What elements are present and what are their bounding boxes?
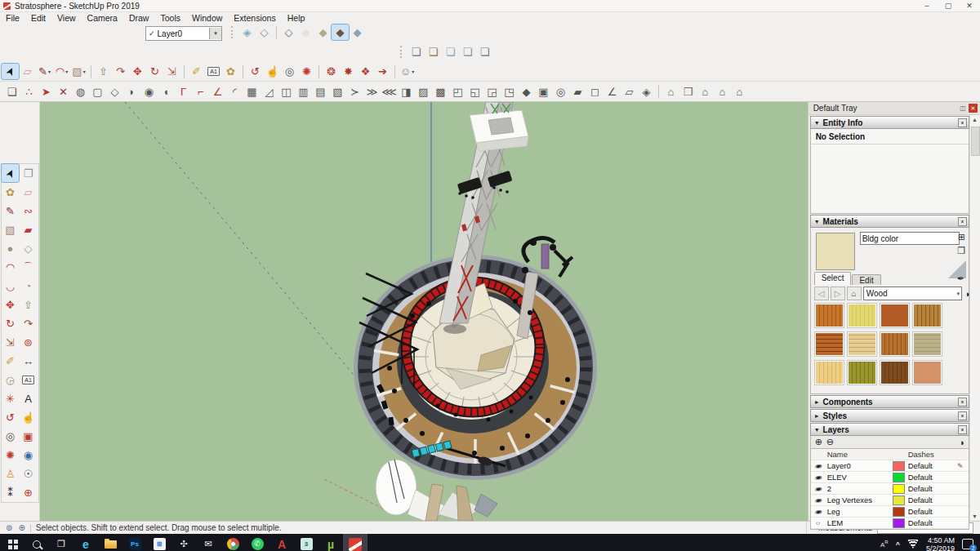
layer-dashes[interactable]: Default — [906, 473, 957, 482]
3d-warehouse-button[interactable]: ❂▾ — [323, 64, 340, 79]
layer-name[interactable]: LEM — [826, 518, 893, 527]
extension-tool-icon[interactable]: ∠ — [209, 84, 226, 100]
layer-dashes[interactable]: Default — [906, 484, 957, 493]
file-explorer-icon[interactable] — [98, 534, 122, 551]
section-close-icon[interactable]: x — [958, 425, 967, 434]
layer-dashes[interactable]: Default — [906, 507, 957, 516]
layers-header[interactable]: ▼ Layers x — [810, 423, 969, 436]
visibility-icon[interactable]: ○ — [816, 520, 821, 526]
extension-tool-icon[interactable]: ◻ — [586, 84, 604, 100]
wood-oak[interactable] — [912, 303, 942, 328]
credits-status-icon[interactable]: ⊕ — [18, 523, 24, 532]
extension-tool-icon[interactable]: ◎ — [552, 84, 569, 100]
wood-salmon[interactable] — [912, 360, 942, 385]
extension-tool-icon[interactable]: ◈ — [638, 84, 655, 100]
wood-pine[interactable] — [814, 360, 844, 385]
section-close-icon[interactable]: x — [958, 118, 967, 127]
menu-item[interactable]: Extensions — [228, 12, 281, 24]
wood-cherry[interactable] — [814, 303, 844, 328]
geolocation-status-icon[interactable]: ⊚ — [6, 523, 12, 532]
active-layer-combobox[interactable]: ✓ Layer0 ▾ — [145, 26, 222, 41]
search-button[interactable] — [24, 534, 49, 551]
circle-tool[interactable]: ● — [2, 239, 19, 257]
pan-tool[interactable]: ☝ — [20, 408, 37, 426]
extension-tool-icon[interactable]: ∴ — [20, 84, 38, 100]
collapse-triangle-icon[interactable]: ▼ — [814, 120, 820, 126]
axes-tool[interactable]: ✳ — [2, 389, 19, 407]
zoom-extents-tool-button[interactable]: ✺▾ — [298, 64, 315, 79]
push-pull-tool[interactable]: ⇧ — [20, 295, 37, 313]
extension-tool-icon[interactable]: ◉ — [140, 84, 158, 100]
extension-tool-icon[interactable]: ◇ — [106, 84, 123, 100]
collapse-triangle-icon[interactable]: ► — [814, 399, 820, 405]
menu-item[interactable]: Window — [186, 12, 228, 24]
extension-tool-icon[interactable]: ▱ — [621, 84, 638, 100]
arc-tool-button[interactable]: ◠▾ — [53, 64, 70, 79]
rotate-tool[interactable]: ↻ — [2, 314, 19, 332]
rectangle-tool[interactable]: ▧ — [2, 220, 19, 238]
tape-measure-tool-button[interactable]: ✐▾ — [188, 64, 205, 79]
make-component-tool[interactable]: ❐ — [20, 164, 37, 182]
two-point-arc-tool[interactable]: ⌒ — [20, 258, 37, 276]
front-view-button[interactable]: ❏ — [442, 44, 459, 60]
xray-style-button[interactable]: ◈▾ — [238, 24, 256, 40]
model-viewport[interactable] — [40, 102, 808, 521]
move-tool[interactable]: ✥ — [2, 295, 19, 313]
layer-name[interactable]: ELEV — [826, 473, 893, 482]
materials-tab[interactable]: Select — [814, 272, 852, 285]
layer-name[interactable]: Leg — [826, 507, 893, 516]
section-plane-tool[interactable]: ⊕ — [20, 483, 37, 501]
visibility-icon[interactable]: ◉ — [814, 497, 822, 503]
send-to-layout-button[interactable]: ➔▾ — [374, 64, 391, 79]
taskbar-clock[interactable]: 4:50 AM 5/2/2019 — [926, 536, 955, 551]
visibility-icon[interactable]: ◉ — [814, 463, 822, 469]
entity-info-header[interactable]: ▼ Entity Info x — [810, 116, 969, 129]
tape-measure-tool[interactable]: ✐ — [2, 352, 19, 370]
extension-tool-icon[interactable]: ⌐ — [192, 84, 209, 100]
add-layer-button[interactable]: ⊕ — [815, 437, 822, 447]
extension-tool-icon[interactable]: ▣ — [535, 84, 552, 100]
shaded-textures-style-button[interactable]: ◆▾ — [332, 24, 349, 40]
scale-tool[interactable]: ⇲ — [2, 333, 19, 351]
pie-tool[interactable]: ◔ — [20, 277, 37, 295]
extension-tool-icon[interactable]: ▢ — [89, 84, 106, 100]
wood-knotty[interactable] — [814, 331, 844, 357]
layer-row[interactable]: ◉ ELEV Default — [811, 472, 969, 483]
rotate-tool-button[interactable]: ↻▾ — [146, 64, 163, 79]
layers-detail-icon[interactable]: ◗ — [960, 438, 965, 447]
section-close-icon[interactable]: x — [958, 217, 967, 226]
zoom-tool-button[interactable]: ◎▾ — [281, 64, 298, 79]
whatsapp-icon[interactable]: ✆ — [245, 534, 270, 551]
menu-item[interactable]: File — [0, 12, 25, 24]
create-material-icon[interactable]: ⊞ — [958, 232, 965, 242]
visibility-icon[interactable]: ◉ — [814, 486, 822, 491]
close-button[interactable]: ✕ — [959, 1, 980, 11]
scroll-up-icon[interactable]: ▲ — [972, 117, 978, 122]
house-tool-icon[interactable]: ⌂ — [714, 84, 731, 100]
orbit-tool[interactable]: ↺ — [2, 408, 19, 426]
materials-header[interactable]: ▼ Materials x — [810, 215, 969, 228]
extension-tool-icon[interactable]: ◗ — [123, 84, 140, 100]
right-view-button[interactable]: ❏ — [459, 44, 476, 60]
freehand-tool[interactable]: ∾ — [20, 202, 37, 220]
layer-name[interactable]: Leg Vertexes — [826, 495, 893, 504]
menu-item[interactable]: Edit — [25, 12, 51, 24]
account-button[interactable]: ☺▾ — [399, 64, 416, 79]
wood-mahogany[interactable] — [880, 303, 910, 328]
extension-tool-icon[interactable]: ⋘ — [381, 84, 398, 100]
wood-pale-yellow[interactable] — [847, 303, 877, 328]
zoom-window-tool[interactable]: ▣ — [20, 427, 37, 445]
arc-tool[interactable]: ◠ — [2, 258, 19, 276]
line-tool[interactable]: ✎ — [2, 202, 19, 220]
menu-item[interactable]: Draw — [123, 12, 155, 24]
extension-warehouse-button[interactable]: ❖▾ — [357, 64, 374, 79]
back-view-button[interactable]: ❏ — [476, 44, 493, 60]
scroll-down-icon[interactable]: ▼ — [972, 513, 978, 519]
toolbar-grip[interactable] — [231, 26, 235, 38]
extension-tool-icon[interactable]: ◜ — [226, 84, 243, 100]
sketchup-taskbar-icon[interactable] — [343, 534, 368, 551]
language-indicator-icon[interactable]: AR — [880, 540, 889, 549]
extension-tool-icon[interactable]: ▰ — [569, 84, 586, 100]
section-close-icon[interactable]: x — [958, 411, 967, 420]
notification-center-icon[interactable]: 2 — [962, 539, 973, 549]
